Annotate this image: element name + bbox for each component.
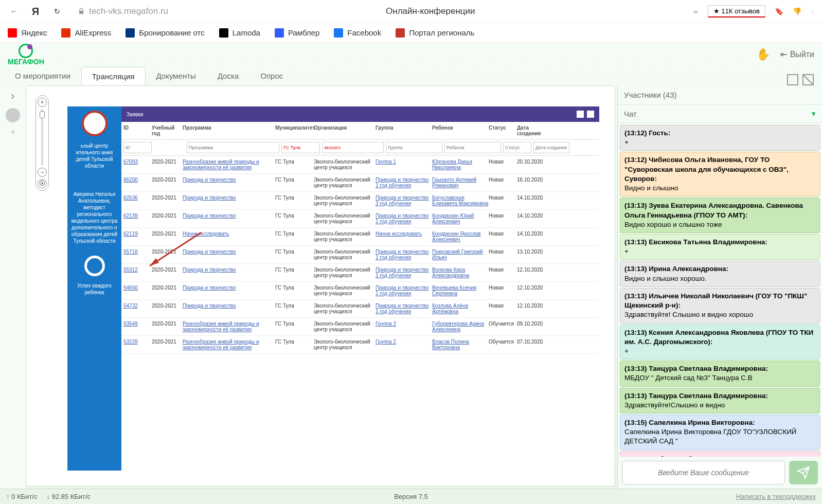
bookmark-item[interactable]: Facebook xyxy=(334,28,381,38)
table-row[interactable]: 670932020-2021Разнообразие живой природы… xyxy=(121,156,599,174)
fullscreen-button[interactable] xyxy=(802,74,814,85)
chat-label: Чат xyxy=(624,110,637,118)
zoom-reset-button[interactable]: ⦿ xyxy=(38,179,47,188)
bookmark-item[interactable]: Бронирование отс xyxy=(126,28,204,38)
send-button[interactable] xyxy=(789,461,818,484)
url-text: tech-vks.megafon.ru xyxy=(89,6,168,16)
filter-date[interactable] xyxy=(533,142,569,153)
chat-input-row xyxy=(618,457,822,489)
chat-message: (13:13) Танцура Светлана Владимировна:Зд… xyxy=(620,388,820,413)
org-logo-icon xyxy=(82,111,108,136)
left-column: › + xyxy=(0,85,26,489)
bookmarks-bar: ЯндексAliExpressБронирование отсLamodaРа… xyxy=(0,23,822,43)
megafon-logo: МЕГАФОН xyxy=(8,44,44,65)
version-label: Версия 7.5 xyxy=(394,493,428,500)
exit-button[interactable]: ⇤ Выйти xyxy=(780,49,814,59)
table-titlebar: Заявки xyxy=(121,106,599,122)
bookmark-icon[interactable]: 🔖 xyxy=(775,7,783,15)
chat-message: (13:18) Любовь Лобзова:Добрый день! МКОУ… xyxy=(620,451,820,457)
table-row[interactable]: 535492020-2021Разнообразие живой природы… xyxy=(121,318,599,336)
zoom-out-button[interactable]: − xyxy=(38,168,47,177)
table-header-row: IDУчебный годПрограммаМуниципалитетОрган… xyxy=(121,122,599,140)
browser-toolbar: ← Я ↻ tech-vks.megafon.ru Онлайн-конфере… xyxy=(0,0,822,23)
chat-list[interactable]: (13:12) Гость:+(13:12) Чибисова Ольга Ив… xyxy=(618,123,822,457)
filter-mun[interactable] xyxy=(281,142,320,153)
filter-id[interactable] xyxy=(123,142,152,153)
table-row[interactable]: 553122020-2021Природа и творчествоГС Тул… xyxy=(121,264,599,282)
exit-label: Выйти xyxy=(790,50,814,59)
chat-message: (13:15) Сапелкина Ирина Викторовна:Сапел… xyxy=(620,415,820,450)
right-sidebar: Участники (43) Чат ▾ (13:12) Гость:+(13:… xyxy=(617,85,822,489)
table-title: Заявки xyxy=(127,112,143,117)
presenter-name: Аверина Наталья Анатольевна, методист ре… xyxy=(70,191,118,244)
chat-message: (13:13) Евсикова Татьяна Владимировна:+ xyxy=(620,234,820,260)
table-row[interactable]: 532282020-2021Разнообразие живой природы… xyxy=(121,336,599,354)
minimize-button[interactable] xyxy=(787,74,798,85)
chat-message: (13:13) Зуева Екатерина Александровна. С… xyxy=(620,197,820,233)
tab-Опрос[interactable]: Опрос xyxy=(249,66,294,85)
data-table: IDУчебный годПрограммаМуниципалитетОрган… xyxy=(121,122,599,471)
slogan-text: Успех каждого ребенка xyxy=(70,282,118,296)
table-row[interactable]: 662002020-2021Природа и творчествоГС Тул… xyxy=(121,174,599,192)
table-row[interactable]: 625362020-2021Природа и творчествоГС Тул… xyxy=(121,192,599,210)
avatar[interactable] xyxy=(6,108,20,122)
grid-icon[interactable] xyxy=(577,111,584,118)
zoom-slider[interactable] xyxy=(41,109,43,166)
chat-input[interactable] xyxy=(622,461,785,484)
logo-text: МЕГАФОН xyxy=(8,58,44,65)
ring-icon xyxy=(84,256,105,276)
back-button[interactable]: ← xyxy=(8,5,20,17)
filter-program[interactable] xyxy=(187,142,279,153)
lock-icon xyxy=(78,8,85,15)
participants-header[interactable]: Участники (43) xyxy=(618,85,822,105)
chat-header[interactable]: Чат ▾ xyxy=(618,105,822,123)
chat-message: (13:12) Гость:+ xyxy=(620,125,820,151)
address-bar[interactable]: tech-vks.megafon.ru xyxy=(78,6,168,16)
table-row[interactable]: 557182020-2021Природа и творчествоГС Тул… xyxy=(121,246,599,264)
expand-icon[interactable] xyxy=(587,111,594,118)
chat-message: (13:13) Ирина Александровна:Видно и слыш… xyxy=(620,261,820,286)
zoom-in-button[interactable]: + xyxy=(38,98,47,107)
download-icon[interactable]: ↓ xyxy=(811,7,814,15)
add-button[interactable]: + xyxy=(11,128,15,136)
tab-Доска[interactable]: Доска xyxy=(207,66,249,85)
zoom-control: + − ⦿ xyxy=(35,95,49,191)
status-bar: ↑ 0 КБит/с ↓ 92.85 КБит/с Версия 7.5 Нап… xyxy=(0,489,822,504)
expand-icon[interactable]: › xyxy=(11,89,14,103)
reviews-badge[interactable]: ★ 11К отзывов xyxy=(708,5,765,17)
upload-speed: ↑ 0 КБит/с xyxy=(6,493,37,500)
tab-О мероприятии[interactable]: О мероприятии xyxy=(4,66,81,85)
exit-icon: ⇤ xyxy=(780,49,787,59)
table-row[interactable]: 546502020-2021Природа и творчествоГС Тул… xyxy=(121,282,599,300)
data-table-area: Заявки IDУчебный годПрограммаМуниципалит… xyxy=(121,106,599,471)
logo-icon xyxy=(19,44,33,58)
main-row: › + + − ⦿ ьный центр ительного ания дете… xyxy=(0,85,822,489)
page-title: Онлайн-конференции xyxy=(177,6,684,16)
bookmark-item[interactable]: Портал региональ xyxy=(396,28,474,38)
filter-org[interactable] xyxy=(322,142,384,153)
tab-Документы[interactable]: Документы xyxy=(146,66,207,85)
hand-icon[interactable]: ✋ xyxy=(756,48,770,61)
slide-sidebar: ьный центр ительного ания детей Тульской… xyxy=(67,106,121,471)
bookmark-item[interactable]: AliExpress xyxy=(61,28,111,38)
support-link[interactable]: Написать в техподдержку xyxy=(736,493,816,500)
filter-group[interactable] xyxy=(386,142,442,153)
table-row[interactable]: 547322020-2021Природа и творчествоГС Тул… xyxy=(121,300,599,318)
reload-button[interactable]: ↻ xyxy=(51,5,63,17)
tab-Трансляция[interactable]: Трансляция xyxy=(81,67,146,85)
chat-message: (13:13) Ильичев Николай Николаевич (ГОУ … xyxy=(620,288,820,323)
table-row[interactable]: 621392020-2021Природа и творчествоГС Тул… xyxy=(121,210,599,228)
table-filter-row xyxy=(121,140,599,156)
yandex-button[interactable]: Я xyxy=(29,5,42,17)
table-row[interactable]: 621192020-2021Начни исследоватьГС ТулаЭк… xyxy=(121,228,599,246)
filter-status[interactable] xyxy=(503,142,531,153)
app-container: МЕГАФОН ✋ ⇤ Выйти О мероприятииТрансляци… xyxy=(0,43,822,504)
tabs-row: О мероприятииТрансляцияДокументыДоскаОпр… xyxy=(0,66,822,85)
bookmark-item[interactable]: Яндекс xyxy=(8,28,47,38)
bookmark-item[interactable]: Рамблер xyxy=(275,28,319,38)
bookmark-item[interactable]: Lamoda xyxy=(219,28,260,38)
filter-child[interactable] xyxy=(444,142,501,153)
extension-icon[interactable]: 👎 xyxy=(793,7,801,15)
chat-icon[interactable]: ▰ xyxy=(693,7,699,15)
chat-message: (13:13) Танцура Светлана Владимировна:МБ… xyxy=(620,361,820,386)
